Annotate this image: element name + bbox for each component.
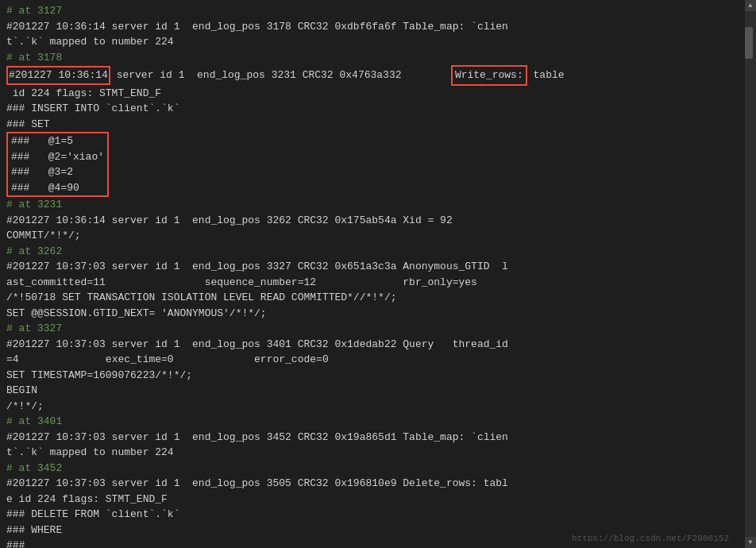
scrollbar-thumb[interactable]	[745, 27, 753, 59]
log-line: SET @@SESSION.GTID_NEXT= 'ANONYMOUS'/*!*…	[6, 306, 739, 322]
log-line: t`.`k` mapped to number 224	[6, 34, 739, 50]
log-line: # at 3178	[6, 50, 739, 66]
log-line: #201227 10:36:14 server id 1 end_log_pos…	[6, 213, 739, 229]
timestamp-highlight: #201227 10:36:14	[6, 66, 110, 85]
content-area: # at 3127 #201227 10:36:14 server id 1 e…	[0, 0, 745, 548]
write-rows-label: Write_rows:	[451, 65, 527, 86]
scrollbar[interactable]: ▲ ▼	[745, 0, 756, 548]
log-line: /*!50718 SET TRANSACTION ISOLATION LEVEL…	[6, 290, 739, 306]
log-line: ### SET	[6, 117, 739, 133]
log-line: server id 1 end_log_pos 3231 CRC32 0x476…	[110, 68, 451, 83]
log-line: #201227 10:37:03 server id 1 end_log_pos…	[6, 259, 739, 275]
highlight-line-wrapper: #201227 10:36:14 server id 1 end_log_pos…	[6, 65, 739, 86]
log-line: #201227 10:36:14 server id 1 end_log_pos…	[6, 19, 739, 35]
watermark: https://blog.csdn.net/F2006152	[572, 532, 729, 546]
set-block: ### @1=5 ### @2='xiao' ### @3=2 ### @4=9…	[6, 132, 109, 197]
log-line: #201227 10:37:03 server id 1 end_log_pos…	[6, 430, 739, 446]
log-line: # at 3127	[6, 3, 739, 19]
log-line: BEGIN	[6, 383, 739, 399]
log-line: # at 3231	[6, 197, 739, 213]
log-line: ### DELETE FROM `client`.`k`	[6, 507, 739, 523]
log-line: id 224 flags: STMT_END_F	[6, 86, 739, 102]
log-line: # at 3327	[6, 321, 739, 337]
log-line: COMMIT/*!*/;	[6, 228, 739, 244]
set-item-1: ### @1=5	[11, 133, 104, 149]
log-line: /*!*/;	[6, 399, 739, 415]
log-line: SET TIMESTAMP=1609076223/*!*/;	[6, 368, 739, 384]
set-item-4: ### @4=90	[11, 180, 104, 196]
main-container: # at 3127 #201227 10:36:14 server id 1 e…	[0, 0, 756, 548]
scroll-up-arrow[interactable]: ▲	[745, 0, 756, 11]
log-line: =4 exec_time=0 error_code=0	[6, 352, 739, 368]
log-line: # at 3262	[6, 244, 739, 260]
log-line: #201227 10:37:03 server id 1 end_log_pos…	[6, 337, 739, 353]
log-line: # at 3452	[6, 461, 739, 477]
scroll-down-arrow[interactable]: ▼	[745, 537, 756, 548]
log-line: table	[527, 68, 565, 83]
log-line: # at 3401	[6, 414, 739, 430]
log-line: ### INSERT INTO `client`.`k`	[6, 101, 739, 117]
set-item-3: ### @3=2	[11, 164, 104, 180]
log-line: ast_committed=11 sequence_number=12 rbr_…	[6, 275, 739, 291]
log-line: #201227 10:37:03 server id 1 end_log_pos…	[6, 476, 739, 492]
log-line: e id 224 flags: STMT_END_F	[6, 492, 739, 507]
set-item-2: ### @2='xiao'	[11, 149, 104, 165]
log-line: t`.`k` mapped to number 224	[6, 445, 739, 461]
